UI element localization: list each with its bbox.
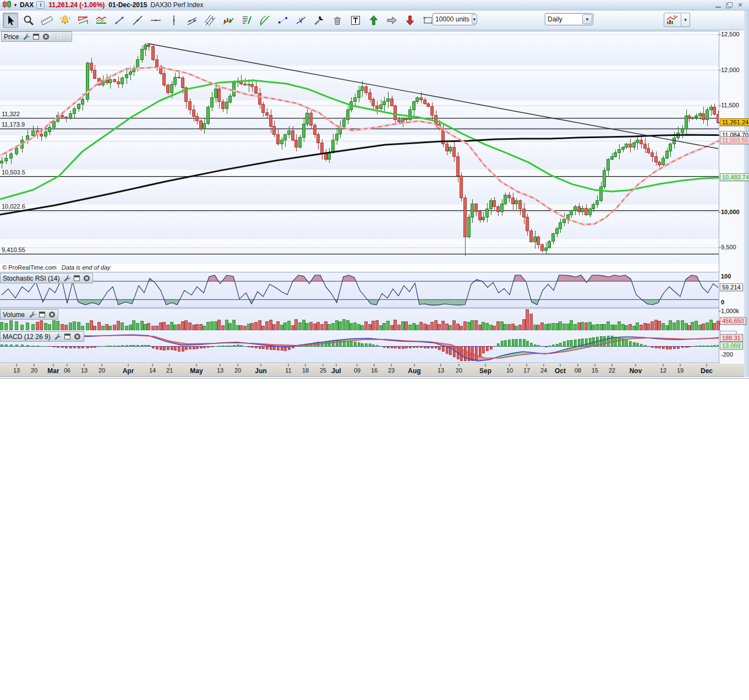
- close-icon[interactable]: [48, 311, 56, 319]
- move-down-icon: [52, 33, 59, 41]
- stochastic-panel-header: Stochastic RSI (14): [0, 273, 93, 283]
- settings-wrench-icon[interactable]: [54, 333, 62, 341]
- close-icon[interactable]: [42, 33, 50, 41]
- stochastic-panel-label: Stochastic RSI (14): [3, 275, 59, 282]
- settings-wrench-icon[interactable]: [63, 275, 70, 282]
- settings-wrench-icon[interactable]: [22, 33, 30, 41]
- price-panel-label: Price: [4, 33, 19, 41]
- detach-window-icon[interactable]: [64, 333, 72, 341]
- detach-window-icon[interactable]: [32, 33, 40, 41]
- settings-wrench-icon[interactable]: [28, 311, 36, 319]
- volume-panel-label: Volume: [3, 311, 25, 319]
- chart-canvas[interactable]: [0, 0, 749, 378]
- prorealtime-window: ▼ DAX i 11,261.24 (-1.06%) 01-Dec-2015 D…: [0, 0, 749, 379]
- detach-window-icon[interactable]: [38, 311, 46, 319]
- volume-panel-header: Volume: [0, 309, 58, 320]
- macd-panel-label: MACD (12 26 9): [3, 333, 51, 341]
- detach-window-icon[interactable]: [73, 275, 80, 282]
- price-panel-header: Price: [1, 31, 72, 42]
- close-icon[interactable]: [74, 333, 81, 341]
- close-icon[interactable]: [83, 275, 90, 282]
- move-up-icon: [62, 33, 69, 41]
- macd-panel-header: MACD (12 26 9): [0, 331, 84, 342]
